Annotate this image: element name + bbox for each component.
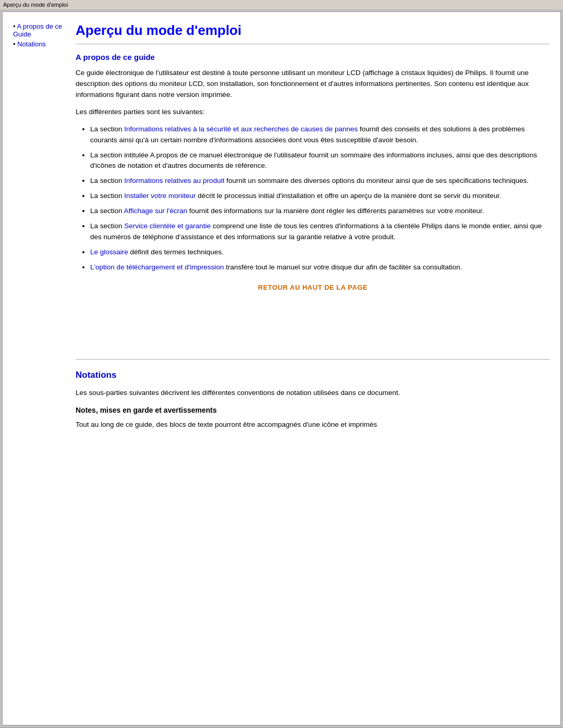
browser-window: • A propos de ce Guide • Notations Aperç… [2,11,561,725]
title-bar: Aperçu du mode d'emploi [0,0,563,9]
main-content: Aperçu du mode d'emploi A propos de ce g… [70,22,550,714]
notations-intro: Les sous-parties suivantes décrivent les… [76,388,550,399]
sidebar-item-notations[interactable]: • Notations [13,40,65,48]
link-affichage[interactable]: Affichage sur l'écran [124,207,188,215]
sidebar-link-apropos[interactable]: A propos de ce Guide [13,22,62,38]
back-to-top[interactable]: RETOUR AU HAUT DE LA PAGE [76,283,550,291]
spacer [76,302,550,343]
apropos-heading: A propos de ce guide [76,53,550,61]
title-divider [76,44,550,44]
list-item-8: L'option de téléchargement et d'impressi… [90,262,550,273]
sidebar-link-notations[interactable]: Notations [17,40,46,48]
link-service[interactable]: Service clientèle et garantie [124,222,211,230]
list-item-2: La section intitulée A propos de ce manu… [90,150,550,172]
list-item-4: La section Installer votre moniteur décr… [90,191,550,202]
link-produit[interactable]: Informations relatives au produit [124,177,224,184]
list-item-6: La section Service clientèle et garantie… [90,221,550,243]
page-title: Aperçu du mode d'emploi [76,22,550,39]
link-securite[interactable]: Informations relatives à la sécurité et … [124,125,358,133]
link-telechargement[interactable]: L'option de téléchargement et d'impressi… [90,263,224,271]
link-glossaire[interactable]: Le glossaire [90,248,128,256]
link-installer[interactable]: Installer votre moniteur [124,192,195,200]
content-area: • A propos de ce Guide • Notations Aperç… [3,12,560,725]
apropos-section: A propos de ce guide Ce guide électroniq… [76,53,550,291]
sidebar: • A propos de ce Guide • Notations [13,22,70,714]
notations-sub-heading: Notes, mises en garde et avertissements [76,406,550,414]
list-item-5: La section Affichage sur l'écran fournit… [90,206,550,217]
notations-heading: Notations [76,370,550,380]
sidebar-bullet-1: • [13,22,16,30]
notations-sub-text: Tout au long de ce guide, des blocs de t… [76,419,550,430]
apropos-bullet-list: La section Informations relatives à la s… [76,124,550,273]
list-item-7: Le glossaire définit des termes techniqu… [90,247,550,258]
section-divider [76,359,550,360]
title-bar-text: Aperçu du mode d'emploi [3,2,68,8]
apropos-list-intro: Les différentes parties sont les suivant… [76,107,550,118]
notations-section: Notations Les sous-parties suivantes déc… [76,370,550,430]
apropos-intro: Ce guide électronique de l'utilisateur e… [76,68,550,101]
sidebar-item-apropos[interactable]: • A propos de ce Guide [13,22,65,38]
sidebar-bullet-2: • [13,40,16,48]
list-item-1: La section Informations relatives à la s… [90,124,550,146]
list-item-3: La section Informations relatives au pro… [90,176,550,187]
back-to-top-link[interactable]: RETOUR AU HAUT DE LA PAGE [258,283,368,291]
